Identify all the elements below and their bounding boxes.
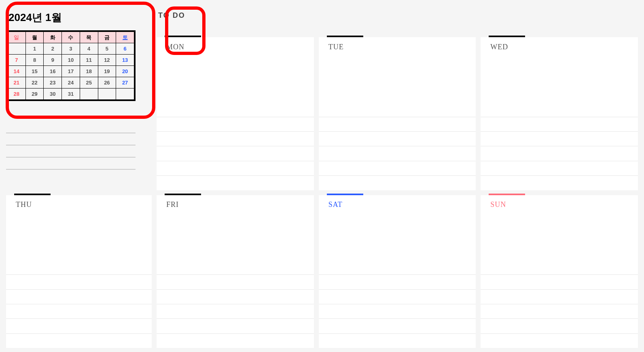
day-card-fri[interactable]: FRI [157,195,314,348]
day-line[interactable] [157,289,314,304]
weekday-tue: 화 [44,32,62,43]
calendar-date[interactable]: 8 [25,55,44,66]
calendar-date[interactable]: 18 [80,66,98,77]
day-line[interactable] [319,318,476,333]
day-tab [327,36,363,37]
day-line[interactable] [157,146,314,160]
day-line[interactable] [319,333,476,348]
day-card-tue[interactable]: TUE [319,37,476,190]
calendar-date[interactable]: 29 [25,89,44,100]
calendar-date[interactable]: 12 [98,55,116,66]
day-line[interactable] [157,304,314,318]
day-line[interactable] [319,117,476,131]
calendar-date[interactable]: 9 [44,55,62,66]
day-line[interactable] [481,175,638,190]
calendar-date[interactable]: 25 [80,77,98,89]
day-line[interactable] [319,289,476,304]
calendar-date[interactable]: 13 [116,55,134,66]
day-line[interactable] [481,131,638,146]
day-line[interactable] [481,161,638,175]
day-line[interactable] [6,333,152,348]
day-card-wed[interactable]: WED [481,37,638,190]
calendar-date[interactable]: 31 [62,89,80,100]
weekday-thu: 목 [80,32,98,43]
day-line[interactable] [481,146,638,160]
calendar-date[interactable]: 26 [98,77,116,89]
day-name-thu: THU [16,200,32,209]
day-line[interactable] [481,274,638,289]
calendar-date[interactable]: 24 [62,77,80,89]
day-card-mon[interactable]: MON [157,37,314,190]
calendar-date[interactable]: 20 [116,66,134,77]
calendar-date[interactable]: 11 [80,55,98,66]
day-line[interactable] [481,333,638,348]
day-line[interactable] [319,131,476,146]
weekday-wed: 수 [62,32,80,43]
day-name-mon: MON [166,43,184,51]
day-line[interactable] [157,175,314,190]
calendar-date [8,43,26,55]
calendar-date[interactable]: 5 [98,43,116,55]
calendar-date[interactable]: 19 [98,66,116,77]
calendar-date[interactable]: 23 [44,77,62,89]
day-line[interactable] [157,333,314,348]
day-line[interactable] [157,274,314,289]
day-line[interactable] [6,304,152,318]
calendar-date [80,89,98,100]
day-line[interactable] [6,289,152,304]
sidebar-note-lines [6,121,136,170]
weekday-sun: 일 [8,32,26,43]
calendar-date [116,89,134,100]
day-tab [489,36,525,37]
calendar-date[interactable]: 10 [62,55,80,66]
calendar-date[interactable]: 7 [8,55,26,66]
day-tab [165,36,201,37]
day-line[interactable] [481,318,638,333]
sidebar: 2024년 1월 일 월 화 수 목 금 토 12345678910111213… [6,8,152,190]
calendar-date[interactable]: 2 [44,43,62,55]
day-line[interactable] [319,304,476,318]
calendar-date[interactable]: 28 [8,89,26,100]
calendar-date[interactable]: 4 [80,43,98,55]
day-name-tue: TUE [328,43,344,51]
day-line[interactable] [319,161,476,175]
day-card-sat[interactable]: SAT [319,195,476,348]
day-card-sun[interactable]: SUN [481,195,638,348]
note-line[interactable] [6,133,136,145]
calendar-date[interactable]: 3 [62,43,80,55]
day-line[interactable] [319,274,476,289]
day-line[interactable] [6,274,152,289]
day-line[interactable] [481,289,638,304]
calendar-date[interactable]: 30 [44,89,62,100]
note-line[interactable] [6,158,136,170]
calendar-date[interactable]: 22 [25,77,44,89]
day-name-fri: FRI [166,200,179,209]
calendar-date[interactable]: 6 [116,43,134,55]
note-line[interactable] [6,145,136,158]
day-tab [327,194,363,195]
day-line[interactable] [157,318,314,333]
day-line[interactable] [481,117,638,131]
calendar-date[interactable]: 1 [25,43,44,55]
todo-header: TO DO [157,8,638,32]
day-line[interactable] [319,146,476,160]
calendar-date[interactable]: 21 [8,77,26,89]
day-name-sun: SUN [490,200,506,209]
day-line[interactable] [157,131,314,146]
day-line[interactable] [6,318,152,333]
day-card-thu[interactable]: THU [6,195,152,348]
calendar-date[interactable]: 14 [8,66,26,77]
day-tab [489,194,525,195]
day-tab [14,194,51,195]
calendar-date[interactable]: 15 [25,66,44,77]
calendar-date[interactable]: 16 [44,66,62,77]
day-line[interactable] [157,161,314,175]
day-line[interactable] [481,304,638,318]
calendar-date[interactable]: 27 [116,77,134,89]
todo-label: TO DO [157,8,187,24]
day-line[interactable] [157,117,314,131]
day-line[interactable] [319,175,476,190]
calendar-date[interactable]: 17 [62,66,80,77]
planner-page: 2024년 1월 일 월 화 수 목 금 토 12345678910111213… [0,0,644,352]
note-line[interactable] [6,121,136,133]
